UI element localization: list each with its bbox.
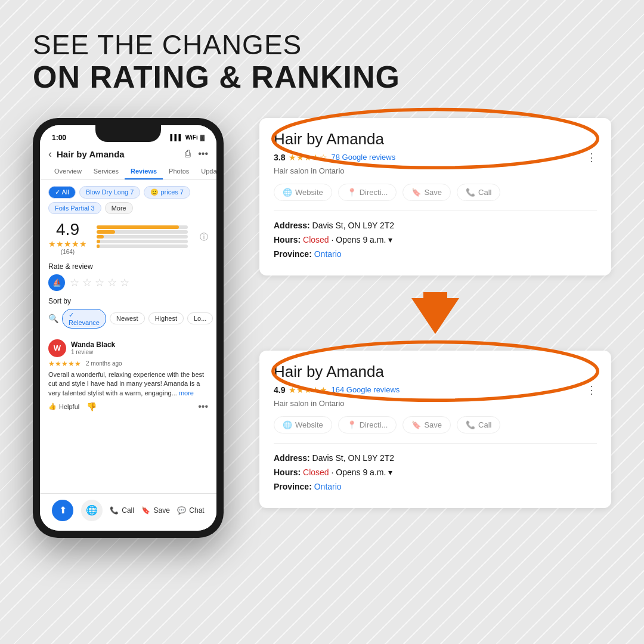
before-hours-open: · Opens 9 a.m. ▾ [332, 235, 393, 244]
before-province-value: Ontario [314, 249, 342, 259]
website-icon: 🌐 [283, 188, 292, 197]
orange-down-arrow [408, 292, 462, 334]
tab-updates[interactable]: Updates [195, 164, 216, 179]
before-address-row: Address: Davis St, ON L9Y 2T2 [274, 221, 597, 230]
web-button[interactable]: 🌐 [81, 500, 103, 521]
before-stars: ★★★★☆ [289, 153, 327, 162]
chip-all[interactable]: ✓ All [48, 186, 76, 199]
chip-more[interactable]: More [105, 202, 133, 214]
rating-number: 4.9 [56, 220, 79, 239]
before-address-label: Address: [274, 221, 310, 230]
review-more-link[interactable]: more [179, 389, 194, 397]
phone-icon: 📞 [110, 506, 119, 515]
svg-marker-1 [411, 292, 459, 334]
sort-relevance[interactable]: ✓ Relevance [62, 309, 106, 329]
status-time: 1:00 [52, 134, 66, 142]
before-listing-title: Hair by Amanda [274, 130, 597, 148]
chip-foils[interactable]: Foils Partial 3 [48, 202, 101, 214]
header-line2: ON RATING & RANKING [33, 60, 611, 94]
unhelpful-button[interactable]: 👎 [86, 402, 97, 411]
filter-chips: ✓ All Blow Dry Long 7 🙂 prices 7 Foils P… [48, 186, 208, 214]
after-save-btn[interactable]: 🔖 Save [402, 416, 451, 434]
rating-section: 4.9 ★★★★★ (164) ⓘ [48, 220, 208, 255]
sort-highest[interactable]: Highest [148, 312, 184, 324]
rate-review-section: Rate & review ⛵ ☆ ☆ ☆ ☆ ☆ [48, 262, 208, 291]
after-stars: ★★★★★ [289, 385, 327, 395]
sort-newest[interactable]: Newest [110, 312, 145, 324]
after-more-icon[interactable]: ⋮ [586, 383, 597, 397]
after-rating-num: 4.9 [274, 385, 285, 395]
reviewer-info: Wanda Black 1 review [71, 340, 115, 355]
down-arrow-wrapper [259, 287, 611, 339]
tab-photos[interactable]: Photos [163, 164, 195, 179]
back-button[interactable]: ‹ [48, 148, 52, 160]
after-directions-btn[interactable]: 📍 Directi... [338, 416, 397, 434]
more-icon[interactable]: ••• [198, 148, 208, 159]
after-website-btn[interactable]: 🌐 Website [274, 416, 332, 434]
before-hours-label: Hours: [274, 235, 301, 244]
save-button[interactable]: 🔖 Save [141, 506, 169, 515]
call-icon-after: 📞 [466, 420, 475, 429]
header-section: SEE THE CHANGES ON RATING & RANKING [33, 30, 611, 94]
review-date: 2 months ago [86, 360, 122, 367]
after-address-value: Davis St, ON L9Y 2T2 [312, 453, 394, 463]
phone-notch [95, 125, 161, 142]
before-listing-details: Address: Davis St, ON L9Y 2T2 Hours: Clo… [274, 210, 597, 259]
after-listing-buttons: 🌐 Website 📍 Directi... 🔖 Save 📞 [274, 416, 597, 434]
sort-lowest[interactable]: Lo... [187, 312, 213, 324]
before-directions-btn[interactable]: 📍 Directi... [338, 184, 397, 201]
helpful-button[interactable]: 👍 Helpful [48, 402, 79, 410]
call-button[interactable]: 📞 Call [110, 506, 134, 515]
before-province-label: Province: [274, 249, 312, 259]
share-icon[interactable]: ⎙ [185, 148, 191, 159]
before-hours-closed: Closed [303, 235, 329, 244]
phone-header: ‹ Hair by Amanda ⎙ ••• Overview Services… [40, 144, 216, 180]
after-call-btn[interactable]: 📞 Call [457, 416, 500, 434]
chip-blow-dry[interactable]: Blow Dry Long 7 [79, 186, 141, 199]
before-card-wrapper: Hair by Amanda 3.8 ★★★★☆ 78 Google revie… [259, 118, 611, 275]
sort-label: Sort by [48, 297, 208, 305]
before-more-icon[interactable]: ⋮ [586, 151, 597, 164]
rating-count: (164) [61, 249, 75, 255]
rating-bars [97, 225, 188, 249]
reviewer-meta: 1 review [71, 349, 115, 355]
before-hours-row: Hours: Closed · Opens 9 a.m. ▾ [274, 235, 597, 244]
after-category: Hair salon in Ontario [274, 399, 597, 408]
rate-stars[interactable]: ☆ ☆ ☆ ☆ ☆ [70, 276, 129, 289]
header-line1: SEE THE CHANGES [33, 30, 611, 60]
before-save-btn[interactable]: 🔖 Save [402, 184, 451, 201]
website-icon-after: 🌐 [283, 420, 292, 429]
review-card: W Wanda Black 1 review ★★★★★ 2 months ag… [48, 335, 208, 412]
phone-bottom-bar: ⬆ 🌐 📞 Call 🔖 Save [40, 493, 216, 531]
directions-icon: 📍 [347, 188, 357, 197]
before-listing-card: Hair by Amanda 3.8 ★★★★☆ 78 Google revie… [259, 118, 611, 275]
after-hours-row: Hours: Closed · Opens 9 a.m. ▾ [274, 467, 597, 477]
before-province-row: Province: Ontario [274, 249, 597, 259]
after-card-wrapper: Hair by Amanda 4.9 ★★★★★ 164 Google revi… [259, 351, 611, 508]
search-icon[interactable]: 🔍 [48, 314, 58, 323]
status-icons: ▌▌▌ WiFi ▓ [170, 134, 205, 141]
rating-stars: ★★★★★ [48, 239, 87, 249]
after-reviews: 164 Google reviews [331, 385, 400, 394]
save-icon-after: 🔖 [411, 420, 421, 429]
bookmark-icon: 🔖 [141, 506, 150, 515]
sort-section: Sort by 🔍 ✓ Relevance Newest Highest Lo.… [48, 297, 208, 329]
review-options-icon[interactable]: ••• [198, 401, 208, 412]
chat-button[interactable]: 💬 Chat [177, 506, 204, 515]
chip-prices[interactable]: 🙂 prices 7 [144, 186, 190, 199]
navigate-button[interactable]: ⬆ [52, 500, 73, 521]
phone-mockup: 1:00 ▌▌▌ WiFi ▓ ‹ Hair by Amanda [33, 118, 236, 538]
phone-screen: 1:00 ▌▌▌ WiFi ▓ ‹ Hair by Amanda [40, 125, 216, 531]
save-icon: 🔖 [411, 188, 421, 197]
reviewer-name: Wanda Black [71, 340, 115, 349]
before-call-btn[interactable]: 📞 Call [457, 184, 500, 201]
thumbsup-icon: 👍 [48, 402, 57, 410]
tab-overview[interactable]: Overview [48, 164, 88, 179]
tab-services[interactable]: Services [88, 164, 125, 179]
after-listing-title: Hair by Amanda [274, 363, 597, 381]
tab-reviews[interactable]: Reviews [125, 164, 163, 179]
rate-review-label: Rate & review [48, 262, 208, 271]
before-website-btn[interactable]: 🌐 Website [274, 184, 332, 201]
after-province-label: Province: [274, 482, 312, 491]
emoji-icon: 🙂 [150, 188, 159, 196]
